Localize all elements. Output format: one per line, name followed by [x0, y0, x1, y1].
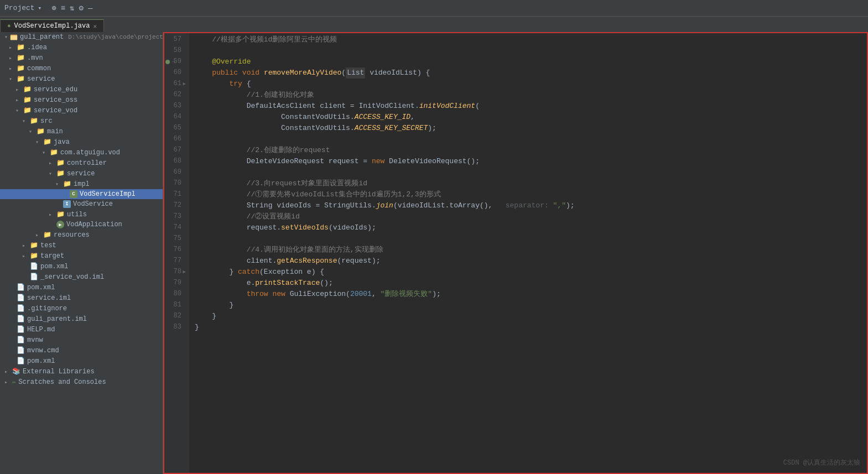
code-token — [195, 256, 247, 267]
code-token: videoIds = — [272, 200, 324, 211]
code-line-72: String videoIds = StringUtils.join(video… — [189, 200, 867, 211]
minimize-icon[interactable]: — — [88, 4, 92, 13]
tab-close-icon[interactable]: ✕ — [93, 23, 97, 30]
sidebar-item-service-vod-iml[interactable]: 📄_service_vod.iml — [0, 272, 163, 282]
code-token: } — [195, 267, 238, 278]
code-line-66 — [189, 134, 867, 145]
sidebar-label-scratches: Scratches and Consoles — [18, 378, 106, 386]
fold-icon-78[interactable]: ▶ — [183, 268, 186, 276]
sidebar-icon-scratches: ✏ — [12, 378, 16, 386]
code-panel[interactable]: //根据多个视频id删除阿里云中的视频 @Override public voi… — [189, 33, 867, 473]
sidebar-item-target[interactable]: ▸📁target — [0, 251, 163, 261]
sidebar-item-com-atguigu-vod[interactable]: ▾📁com.atguigu.vod — [0, 147, 163, 158]
sidebar-item-gitignore[interactable]: 📄.gitignore — [0, 303, 163, 314]
sidebar-item-HELP[interactable]: 📄HELP.md — [0, 324, 163, 335]
code-token: "," — [553, 200, 566, 211]
sync-icon[interactable]: ⇅ — [70, 3, 74, 13]
line-num-79: 79 — [164, 278, 185, 289]
sidebar-item-service-iml[interactable]: 📄service.iml — [0, 293, 163, 303]
sidebar-item-utils[interactable]: ▸📁utils — [0, 209, 163, 220]
sidebar-item-common[interactable]: ▸📁common — [0, 63, 163, 74]
fold-icon-61[interactable]: ▶ — [183, 80, 186, 88]
sidebar-item-pom-xml-parent[interactable]: 📄pom.xml — [0, 282, 163, 293]
line-num-72: 72 — [164, 200, 185, 211]
sidebar-item-idea[interactable]: ▸📁.idea — [0, 42, 163, 53]
code-token: . — [251, 278, 255, 289]
line-num-76: 76 — [164, 244, 185, 256]
code-token: GuliException — [290, 289, 346, 300]
sidebar-item-test[interactable]: ▸📁test — [0, 240, 163, 251]
code-token: { — [242, 79, 251, 90]
structure-icon[interactable]: ≡ — [61, 4, 65, 13]
sidebar-item-scratches[interactable]: ▸✏Scratches and Consoles — [0, 377, 163, 387]
sidebar-icon-service-edu: 📁 — [23, 85, 32, 93]
sidebar-icon-utils: 📁 — [56, 210, 65, 218]
code-line-76: //4.调用初始化对象里面的方法,实现删除 — [189, 244, 867, 256]
sidebar-arrow-test: ▸ — [22, 242, 28, 249]
sidebar-item-mvnw[interactable]: 📄mvnw — [0, 335, 163, 345]
code-token: . — [350, 123, 355, 134]
token-hint: separator: — [497, 200, 553, 211]
code-token: Exception — [264, 267, 303, 278]
code-line-63: DefaultAcsClient client = InitVodClient.… — [189, 101, 867, 112]
sidebar-item-service-edu[interactable]: ▸📁service_edu — [0, 84, 163, 95]
sidebar-item-mvnw-cmd[interactable]: 📄mvnw.cmd — [0, 345, 163, 356]
code-token: //4.调用初始化对象里面的方法,实现删除 — [195, 244, 383, 256]
sidebar-item-controller[interactable]: ▸📁controller — [0, 158, 163, 168]
token-highlight: List — [346, 67, 365, 79]
code-token: ); — [428, 123, 436, 134]
sidebar-item-service-oss[interactable]: ▸📁service_oss — [0, 95, 163, 105]
sidebar-item-ext-libraries[interactable]: ▸📚External Libraries — [0, 366, 163, 377]
code-token — [195, 112, 281, 123]
sidebar-item-VodServiceImpl[interactable]: CVodServiceImpl — [0, 189, 163, 199]
sidebar-label-service-vod: service_vod — [34, 107, 77, 114]
title-dropdown[interactable]: ▾ — [38, 4, 42, 12]
build-icon[interactable]: ⊕ — [51, 3, 56, 13]
sidebar-item-service-vod[interactable]: ▾📁service_vod — [0, 105, 163, 116]
code-token: DeleteVideoRequest — [389, 156, 466, 167]
sidebar-icon-pom-xml-vod: 📄 — [30, 262, 38, 270]
sidebar-icon-gitignore: 📄 — [17, 304, 25, 312]
sidebar-item-main[interactable]: ▾📁main — [0, 126, 163, 137]
code-token: . — [350, 112, 355, 123]
code-line-70: //3.向request对象里面设置视频id — [189, 178, 867, 189]
code-token — [195, 67, 212, 79]
sidebar-item-mvn[interactable]: ▸📁.mvn — [0, 53, 163, 63]
sidebar-item-guli-parent-iml[interactable]: 📄guli_parent.iml — [0, 314, 163, 324]
sidebar-arrow-guli-parent: ▾ — [4, 34, 8, 40]
sidebar-label-service-oss: service_oss — [34, 96, 77, 104]
sidebar-label-guli-parent: guli_parent — [20, 33, 64, 41]
sidebar-item-resources[interactable]: ▸📁resources — [0, 230, 163, 240]
sidebar-item-service[interactable]: ▾📁service — [0, 74, 163, 84]
title-bar-left: Project ▾ ⊕ ≡ ⇅ ⚙ — — [4, 3, 92, 13]
sidebar-arrow-mvn: ▸ — [9, 55, 14, 61]
sidebar-item-VodService[interactable]: IVodService — [0, 199, 163, 209]
title-icons: ⊕ ≡ ⇅ ⚙ — — [51, 3, 92, 13]
sidebar-detail-guli-parent: D:\study\java\code\project\guli_pa — [68, 34, 163, 40]
editor-wrapper: 5758→5960▶616263646566676869707172737475… — [164, 33, 867, 473]
sidebar-arrow-impl: ▾ — [55, 181, 61, 187]
sidebar-label-ext-libraries: External Libraries — [23, 368, 95, 376]
sidebar-item-src[interactable]: ▾📁src — [0, 116, 163, 126]
sidebar-item-impl[interactable]: ▾📁impl — [0, 179, 163, 189]
sidebar-item-VodApplication[interactable]: ▶VodApplication — [0, 220, 163, 230]
sidebar-item-pom-xml-vod[interactable]: 📄pom.xml — [0, 261, 163, 272]
code-token: , — [372, 289, 381, 300]
sidebar-arrow-main: ▾ — [29, 128, 34, 135]
code-token: printStackTrace — [255, 278, 320, 289]
sidebar-item-pom-xml-root[interactable]: 📄pom.xml — [0, 356, 163, 366]
settings-icon[interactable]: ⚙ — [79, 3, 84, 13]
sidebar-item-guli-parent[interactable]: ▾guli_parentD:\study\java\code\project\g… — [0, 32, 163, 42]
sidebar-icon-main: 📁 — [37, 127, 45, 136]
code-token: DefaultAcsClient — [247, 101, 316, 112]
code-line-60: public void removeMoreAlyVideo(List vide… — [189, 67, 867, 79]
sidebar-item-service-pkg[interactable]: ▾📁service — [0, 168, 163, 179]
debug-dot-59 — [165, 60, 170, 64]
code-token — [195, 222, 247, 233]
tab-vodserviceimpl[interactable]: ● VodServiceImpl.java ✕ — [0, 19, 104, 32]
line-num-80: 80 — [164, 289, 185, 300]
watermark: CSDN @认真生活的灰太狼 — [783, 458, 860, 467]
sidebar-item-java[interactable]: ▾📁java — [0, 137, 163, 147]
code-line-79: e.printStackTrace(); — [189, 278, 867, 289]
sidebar-label-service-vod-iml: _service_vod.iml — [40, 273, 104, 281]
